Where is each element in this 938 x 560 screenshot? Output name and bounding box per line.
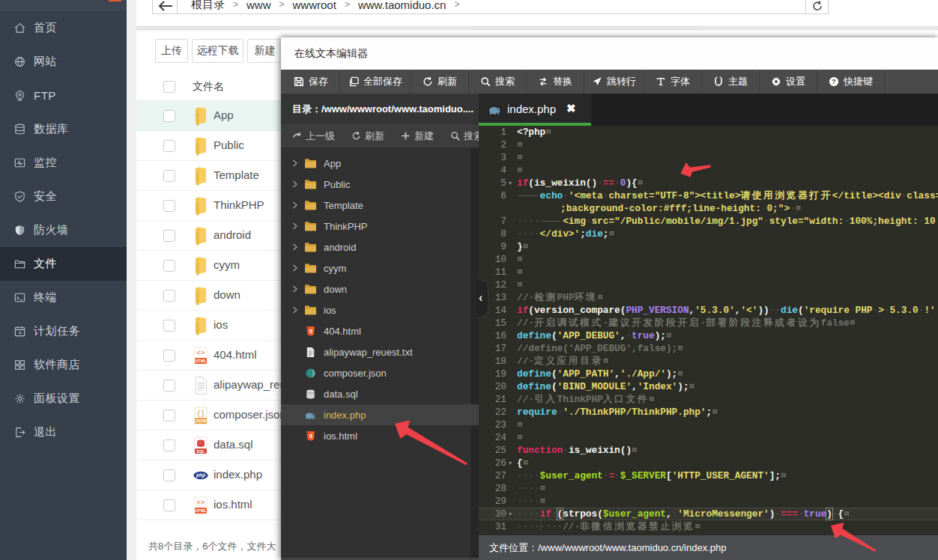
svg-text:HTML: HTML xyxy=(195,359,207,363)
svg-text:<>: <> xyxy=(197,499,205,507)
svg-text:HTML: HTML xyxy=(195,508,207,513)
svg-text:php: php xyxy=(196,472,205,478)
svg-text:5: 5 xyxy=(309,432,312,439)
svg-text:SQL: SQL xyxy=(196,449,205,454)
svg-text:{}: {} xyxy=(197,410,205,418)
svg-text:JSON: JSON xyxy=(196,419,207,423)
svg-text:5: 5 xyxy=(309,327,312,334)
svg-text:?: ? xyxy=(832,78,835,85)
svg-text:<>: <> xyxy=(197,350,205,357)
